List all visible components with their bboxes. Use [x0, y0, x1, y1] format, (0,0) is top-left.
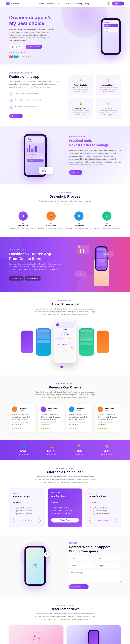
checkmark-icon-2: ✓ — [9, 99, 14, 103]
signup-button[interactable]: Sign Up — [112, 2, 124, 6]
feature-card-desc-2: Settle to organized effortless technolog… — [98, 86, 118, 93]
step-circle-1: ⬇ — [19, 212, 28, 220]
screenshot-3: reamhub 💰 23 Balance $215,234 Send Recei… — [53, 321, 77, 363]
feature-item-3: ✓ Best landing resource for platform — [9, 106, 62, 110]
dot-1[interactable] — [60, 366, 63, 368]
reviewer-name-4: Debra Miles — [105, 408, 114, 409]
avatar-reviewer-2 — [40, 406, 46, 412]
pricing-badge-2: STANDARD — [51, 492, 79, 494]
see-all-button[interactable]: See All → — [9, 114, 23, 118]
phone-item-3: 📱 Dashboard — [27, 159, 44, 162]
plan2-feature-3: App Items for Other Style — [51, 512, 79, 515]
feature-card-title-4: Easy to Use — [98, 107, 118, 109]
plan1-feature-2: App Center Design Items — [13, 510, 40, 512]
apple-icon: 🍎 — [12, 46, 14, 48]
hand-phone-illustration — [89, 243, 114, 286]
hero-phone-mockup: reamhub Dashboard 📊 Analytics 💳 Cards — [101, 18, 121, 55]
nav-reviews[interactable]: Reviews — [66, 2, 73, 5]
nav-features[interactable]: Features — [47, 2, 54, 5]
review-card-3: Debra Miles Founder Seamlessly to organi… — [66, 404, 92, 432]
company-input[interactable] — [96, 563, 121, 568]
hero-title: Dreamhub app it's My best choice — [9, 15, 65, 26]
process-section: HOW IT WORK Dreamhub Process Seamlessly … — [0, 184, 130, 237]
appstore-button[interactable]: 🍎 App Store — [9, 45, 24, 49]
message-textarea[interactable] — [69, 570, 121, 582]
google-play-button[interactable]: ▶ My Download — [26, 45, 42, 49]
plan2-feature-1: App Products on Design — [51, 506, 79, 509]
submit-button[interactable]: Send Message — [69, 584, 89, 589]
pricing-btn-2[interactable]: Pricing Plans — [51, 518, 79, 522]
nav-pricing[interactable]: Pricing — [76, 2, 82, 5]
stat-number-2: 130K+ — [46, 449, 57, 453]
stats-grid: 👥 32M+ Technology data 📥 130K+ Technolog… — [9, 444, 121, 456]
location-pin-icon: 📍 — [44, 552, 49, 557]
hero-phone-screen: reamhub Dashboard 📊 Analytics 💳 Cards — [102, 20, 119, 53]
dot-4[interactable] — [69, 366, 70, 368]
user-avatars — [9, 55, 19, 58]
review-card-4: Debra Miles Founder Seamlessly to organi… — [95, 404, 121, 432]
process-step-3: 📋 03 Registered Seamlessly to organize o… — [65, 212, 93, 230]
step-circle-3: 📋 — [74, 212, 84, 220]
ui-card-2: Revenue $215K — [103, 251, 114, 256]
practical-tag: ABOUT PRODUCTS — [69, 136, 121, 138]
screenshot-4 — [79, 328, 94, 356]
banner-appstore-button[interactable]: 🍎 App Store — [9, 276, 24, 280]
nav-blog[interactable]: Blog — [85, 2, 89, 5]
plan3-feature-3: App Items for Other Style — [90, 512, 117, 515]
screenshot-nav-dots — [9, 366, 121, 368]
pricing-btn-1[interactable]: Pricing Plans — [13, 518, 40, 523]
dot-2[interactable] — [64, 366, 66, 368]
feature-card-2: ⚡ Custom Shortcut Settle to organized ef… — [96, 75, 121, 96]
feature-card-title-1: Action Reminder — [71, 84, 91, 86]
users-stat-icon: 👥 — [18, 444, 29, 448]
reviewer-name-2: Debra Miles — [48, 408, 57, 409]
pricing-section: OUR PRICING PLAN Affordable Pricing Plan… — [0, 460, 130, 535]
search-icon[interactable] — [107, 2, 110, 5]
features-tag: UNPUBLISHED FEATURES — [9, 72, 121, 74]
news-phone-illustration — [88, 630, 99, 644]
practical-title: Practical tools Make it Easier to Manage — [69, 138, 121, 147]
pricing-name-1: Powerful Design — [13, 495, 40, 498]
stars-1: ★★★★★ — [12, 427, 33, 429]
feature-text-3: Best landing resource for platform — [15, 106, 38, 108]
play-icon: ▶ — [28, 46, 29, 48]
step-title-1: Download — [9, 224, 37, 227]
reviewer-role-3: Founder — [76, 409, 86, 411]
contact-phone-mockup: 🗺️ Maps View — [25, 546, 46, 586]
news-grid: November 19, 2019 Mobile App User Interf… — [9, 626, 121, 644]
features-layout: Feature of this app Seamlessly to organi… — [9, 75, 121, 119]
explore-button[interactable]: Explore ↗ — [69, 170, 82, 174]
contact-phone-screen: 🗺️ Maps View — [26, 548, 44, 584]
step-title-4: Finished — [93, 224, 121, 227]
phone-input[interactable] — [69, 563, 94, 568]
pricing-grid: BASIC Powerful Design $6.80/mo App Produ… — [9, 488, 121, 527]
feature-card-3: 🔒 Fully Secured Settle to organized effo… — [68, 98, 93, 119]
ui-card-1: 📊 Stats — [77, 245, 89, 254]
pricing-features-2: App Products on Design App Center for Di… — [51, 506, 79, 515]
nav-about[interactable]: About — [58, 2, 62, 5]
practical-description: Seamlessly to organize effortless techno… — [69, 149, 121, 166]
contact-title: Contact With our Support During Emergenc… — [69, 545, 121, 554]
screenshots-section: IN SCREENSHOT Apps Screenshot Seamlessly… — [0, 292, 130, 375]
news-description: Seamlessly to organize effortless techno… — [33, 612, 97, 621]
banner-google-button[interactable]: ▶ Google Play — [25, 276, 40, 280]
name-input[interactable] — [69, 556, 94, 561]
pricing-badge-1: BASIC — [13, 492, 40, 494]
logo[interactable]: reamhub — [6, 2, 20, 5]
dot-3[interactable] — [66, 366, 68, 368]
stat-item-2: 📥 130K+ Technology data — [46, 444, 57, 456]
step-num-2: 02 — [37, 222, 65, 224]
screenshot-5 — [97, 330, 109, 354]
pricing-price-1: $6.80/mo — [13, 500, 40, 504]
nav-home[interactable]: Home — [39, 2, 44, 5]
contact-right: CONTACT Contact With our Support During … — [69, 542, 121, 589]
avatar-reviewer-3 — [69, 406, 75, 412]
feature-item-1: ✓ 24 have customer support for this — [9, 92, 62, 96]
hero-left: Dreamhub app it's My best choice Seamles… — [9, 15, 65, 58]
hero-meta: Available In All Platforms — [9, 52, 65, 54]
stat-number-3: 100 — [75, 449, 84, 453]
pricing-btn-3[interactable]: Pricing Plans — [90, 518, 117, 523]
reviewer-1: Debra Miles Founder — [12, 406, 33, 412]
reviews-tag: OUR HAPPY CLIENT — [9, 383, 121, 384]
email-input[interactable] — [96, 556, 121, 561]
